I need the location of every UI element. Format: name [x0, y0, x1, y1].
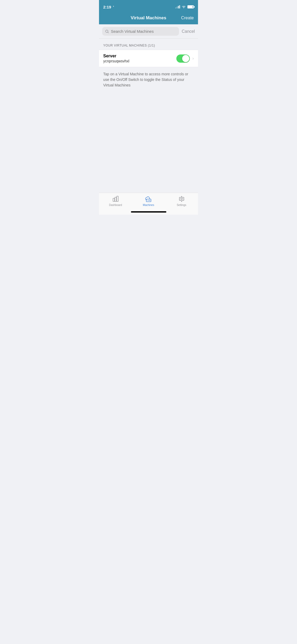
settings-icon	[178, 195, 185, 203]
status-time: 2:19	[103, 5, 115, 9]
chevron-right-icon: ›	[192, 56, 194, 61]
search-bar-container: Cancel	[99, 24, 198, 39]
svg-point-6	[147, 200, 148, 201]
svg-rect-3	[115, 197, 116, 201]
page-title: Virtual Machines	[131, 15, 166, 21]
nav-bar: Virtual Machines Create	[99, 12, 198, 24]
section-title: YOUR VIRTUAL MACHINES (1/1)	[103, 44, 155, 47]
search-input[interactable]	[111, 29, 176, 34]
section-header: YOUR VIRTUAL MACHINES (1/1)	[99, 39, 198, 50]
dashboard-icon	[112, 195, 119, 203]
vm-toggle[interactable]	[176, 54, 190, 63]
cancel-button[interactable]: Cancel	[182, 29, 195, 34]
wifi-icon	[182, 5, 186, 8]
vm-row[interactable]: Server ycnprsuqwsvhxl ›	[99, 50, 198, 67]
signal-icon	[175, 5, 180, 8]
battery-icon	[187, 5, 194, 8]
svg-line-1	[108, 32, 109, 33]
tab-machines-label: Machines	[143, 204, 154, 206]
svg-rect-4	[117, 196, 118, 201]
search-icon	[105, 30, 109, 33]
svg-point-8	[181, 198, 182, 200]
home-indicator	[131, 211, 166, 213]
tab-settings-label: Settings	[177, 204, 186, 206]
svg-rect-2	[113, 198, 115, 201]
tab-settings[interactable]: Settings	[171, 195, 192, 206]
tab-machines[interactable]: Machines	[138, 195, 159, 206]
tab-dashboard-label: Dashboard	[109, 204, 122, 206]
search-input-wrapper[interactable]	[102, 27, 179, 36]
vm-controls: ›	[176, 54, 194, 63]
vm-info: Server ycnprsuqwsvhxl	[103, 54, 176, 63]
toggle-knob	[182, 55, 189, 62]
tab-dashboard[interactable]: Dashboard	[105, 195, 126, 206]
status-bar: 2:19	[99, 0, 198, 12]
machines-icon	[145, 195, 152, 203]
location-icon	[112, 6, 115, 8]
status-icons	[175, 5, 194, 8]
info-text: Tap on a Virtual Machine to access more …	[99, 67, 198, 92]
vm-name: Server	[103, 54, 176, 58]
vm-id: ycnprsuqwsvhxl	[103, 59, 176, 63]
create-button[interactable]: Create	[181, 16, 194, 20]
